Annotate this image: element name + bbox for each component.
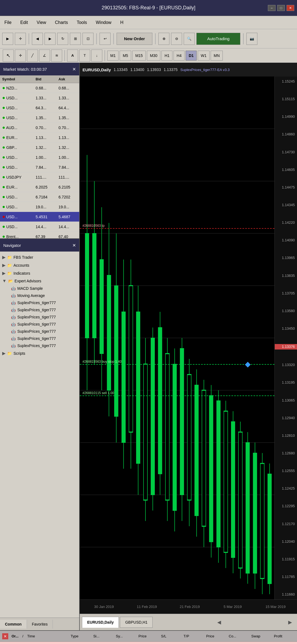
market-dot-5: ● xyxy=(2,135,5,140)
toolbar-prev[interactable]: ◀ xyxy=(32,33,43,45)
toolbar-zoom-out[interactable]: ⊖ xyxy=(171,33,182,45)
nav-macd-sample[interactable]: 🤖 MACD Sample xyxy=(0,285,79,292)
market-row-4[interactable]: ● AUD... 0.70... 0.70... xyxy=(0,123,79,133)
text-tool-2[interactable]: T xyxy=(79,50,90,62)
tf-d1[interactable]: D1 xyxy=(186,51,197,61)
expand-scripts[interactable]: ▶ xyxy=(2,351,6,356)
market-row-0[interactable]: ● NZD... 0.68... 0.68... xyxy=(0,83,79,93)
menu-edit[interactable]: Edit xyxy=(19,19,30,26)
market-row-13[interactable]: ● USD... 5.4531 5.4687 xyxy=(0,212,79,222)
chart-price-4: 1.13375 xyxy=(164,67,178,72)
market-ask-2: 64.4... xyxy=(56,103,79,113)
nav-ea-1[interactable]: 🤖 SuplexPrices_tiger777 xyxy=(0,299,79,306)
menu-window[interactable]: Window xyxy=(94,19,113,26)
nav-fbs-trader[interactable]: ▶ 📁 FBS Trader xyxy=(0,253,79,261)
terminal-close-btn[interactable]: ✕ xyxy=(2,633,8,639)
toolbar-zoom-in[interactable]: ⊕ xyxy=(158,33,169,45)
nav-tab-common[interactable]: Common xyxy=(0,620,27,629)
nav-ea-3[interactable]: 🤖 SuplexPrices_tiger777 xyxy=(0,313,79,321)
chart-canvas[interactable]: SuplexPrices_tiger777-EA Idea by tiger77… xyxy=(80,77,297,599)
nav-indicators[interactable]: ▶ 📁 Indicators xyxy=(0,269,79,277)
svg-rect-13 xyxy=(92,233,96,338)
tf-h1[interactable]: H1 xyxy=(161,51,172,61)
market-row-11[interactable]: ● USD... 6.7184 6.7202 xyxy=(0,192,79,202)
market-row-14[interactable]: ● USD... 14.4... 14.4... xyxy=(0,222,79,232)
text-tool[interactable]: A xyxy=(67,50,78,62)
window-controls: – □ ✕ xyxy=(268,5,294,11)
toolbar-screenshot[interactable]: 📷 xyxy=(246,33,257,45)
expand-accounts[interactable]: ▶ xyxy=(2,263,6,268)
market-row-10[interactable]: ● EUR... 6.2025 6.2105 xyxy=(0,182,79,192)
market-row-2[interactable]: ● USD... 64.3... 64.4... xyxy=(0,103,79,113)
toolbar-search[interactable]: 🔍 xyxy=(184,33,195,45)
nav-ea-7[interactable]: 🤖 SuplexPrices_tiger777 xyxy=(0,342,79,349)
toolbar-next[interactable]: ▶ xyxy=(45,33,56,45)
expand-fbs-trader[interactable]: ▶ xyxy=(2,255,6,260)
market-bid-13: 5.4531 xyxy=(34,212,56,222)
chart-tab-eurusd[interactable]: EURUSD,Daily xyxy=(82,617,119,628)
svg-rect-37 xyxy=(180,348,184,495)
tf-mn[interactable]: MN xyxy=(211,51,223,61)
menu-file[interactable]: File xyxy=(3,19,13,26)
tf-m1[interactable]: M1 xyxy=(107,51,119,61)
maximize-button[interactable]: □ xyxy=(277,5,285,11)
tf-m5[interactable]: M5 xyxy=(120,51,131,61)
market-row-15[interactable]: ● Brent... 67.39 67.40 xyxy=(0,232,79,239)
toolbar-refresh[interactable]: ↻ xyxy=(57,33,68,45)
market-row-12[interactable]: ● USD... 19.0... 19.0... xyxy=(0,202,79,212)
toolbar-crosshair[interactable]: ✛ xyxy=(15,33,26,45)
market-row-9[interactable]: ● USDJPY 111.... 111.... xyxy=(0,172,79,182)
autotrading-button[interactable]: AutoTrading xyxy=(196,33,240,45)
nav-scripts[interactable]: ▶ 📁 Scripts xyxy=(0,349,79,357)
new-order-button[interactable]: New Order xyxy=(117,33,152,45)
tf-h4[interactable]: H4 xyxy=(174,51,185,61)
market-bid-3: 1.35... xyxy=(34,113,56,123)
nav-ea-6[interactable]: 🤖 SuplexPrices_tiger777 xyxy=(0,335,79,342)
market-bid-6: 1.32... xyxy=(34,143,56,152)
market-row-7[interactable]: ● USD... 1.00... 1.00... xyxy=(0,152,79,162)
close-button[interactable]: ✕ xyxy=(287,5,294,11)
menu-charts[interactable]: Charts xyxy=(53,19,70,26)
tf-m30[interactable]: M30 xyxy=(147,51,160,61)
price-1.12940: 1.12940 xyxy=(275,416,297,420)
wave-tool[interactable]: ≋ xyxy=(51,50,62,62)
menu-help[interactable]: H xyxy=(119,19,125,26)
expand-expert-advisors[interactable]: ▼ xyxy=(2,279,7,283)
nav-ea-4[interactable]: 🤖 SuplexPrices_tiger777 xyxy=(0,321,79,328)
nav-accounts[interactable]: ▶ 📁 Accounts xyxy=(0,261,79,269)
arrow-tool[interactable]: ↓ xyxy=(91,50,102,62)
nav-expert-advisors[interactable]: ▼ 📂 Expert Advisors xyxy=(0,277,79,285)
tf-m15[interactable]: M15 xyxy=(132,51,146,61)
toolbar-arrow[interactable]: ▶ xyxy=(2,33,13,45)
toolbar-autoscroll[interactable]: ⊡ xyxy=(82,33,94,45)
nav-ea-2[interactable]: 🤖 SuplexPrices_tiger777 xyxy=(0,306,79,313)
minimize-button[interactable]: – xyxy=(268,5,276,11)
chart-tab-scroll-left[interactable]: ◀ xyxy=(215,619,224,625)
nav-ea-5[interactable]: 🤖 SuplexPrices_tiger777 xyxy=(0,328,79,335)
navigator-close[interactable]: ✕ xyxy=(72,243,76,248)
menu-view[interactable]: View xyxy=(35,19,48,26)
market-row-6[interactable]: ● GBP... 1.32... 1.32... xyxy=(0,143,79,152)
menu-tools[interactable]: Tools xyxy=(75,19,89,26)
market-row-3[interactable]: ● USD... 1.35... 1.35... xyxy=(0,113,79,123)
terminal: ✕ Or... / Time Type Si... Sy... Price S/… xyxy=(0,630,297,644)
market-watch-close[interactable]: ✕ xyxy=(72,67,76,72)
toolbar-chart-shift[interactable]: ⊞ xyxy=(70,33,81,45)
svg-rect-55 xyxy=(246,443,250,573)
expand-indicators[interactable]: ▶ xyxy=(2,271,6,276)
nav-moving-average[interactable]: 🤖 Moving Average xyxy=(0,292,79,299)
market-dot-6: ● xyxy=(2,144,5,150)
nav-tab-favorites[interactable]: Favorites xyxy=(27,620,53,629)
tf-w1[interactable]: W1 xyxy=(198,51,210,61)
line-tool[interactable]: ╱ xyxy=(27,50,38,62)
angle-tool[interactable]: ∠ xyxy=(39,50,50,62)
crosshair-tool[interactable]: ✛ xyxy=(15,50,26,62)
chart-tab-gbpusd[interactable]: GBPUSD,H1 xyxy=(120,617,153,628)
toolbar-undo[interactable]: ↩ xyxy=(100,33,111,45)
market-row-8[interactable]: ● USD... 7.84... 7.84... xyxy=(0,162,79,172)
market-row-1[interactable]: ● USD... 1.33... 1.33... xyxy=(0,93,79,103)
time-label-1: 30 Jan 2019 xyxy=(82,605,125,609)
market-row-5[interactable]: ● EUR... 1.13... 1.13... xyxy=(0,133,79,143)
chart-tab-scroll-right[interactable]: ▶ xyxy=(285,619,295,625)
cursor-tool[interactable]: ↖ xyxy=(3,50,14,62)
